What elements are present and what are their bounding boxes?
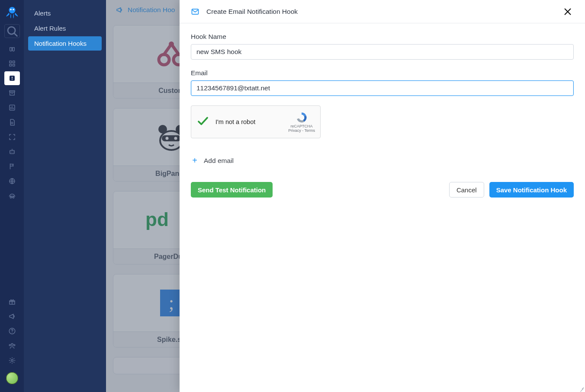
help-icon[interactable] bbox=[4, 324, 20, 338]
email-input[interactable] bbox=[191, 80, 574, 96]
svg-rect-7 bbox=[10, 64, 12, 67]
nav-notification-hooks[interactable]: Notification Hooks bbox=[28, 36, 102, 51]
robot-icon[interactable] bbox=[4, 145, 20, 159]
svg-point-31 bbox=[13, 344, 15, 346]
alert-icon[interactable] bbox=[4, 71, 20, 85]
app-logo[interactable] bbox=[4, 4, 20, 20]
cancel-button[interactable]: Cancel bbox=[449, 182, 484, 198]
team-icon[interactable] bbox=[4, 339, 20, 353]
icon-rail bbox=[0, 0, 24, 392]
svg-rect-5 bbox=[10, 61, 12, 63]
recaptcha-label: I'm not a robot bbox=[215, 118, 288, 125]
hook-name-label: Hook Name bbox=[191, 33, 574, 41]
add-email-label: Add email bbox=[204, 157, 234, 165]
recaptcha-widget[interactable]: I'm not a robot reCAPTCHA Privacy - Term… bbox=[191, 105, 321, 138]
check-icon bbox=[196, 115, 209, 129]
side-nav: Alerts Alert Rules Notification Hooks bbox=[24, 0, 106, 392]
svg-point-2 bbox=[13, 9, 14, 10]
svg-rect-8 bbox=[13, 64, 15, 67]
binoculars-icon[interactable] bbox=[4, 42, 20, 56]
svg-point-29 bbox=[11, 344, 13, 346]
svg-point-28 bbox=[12, 332, 13, 333]
svg-rect-16 bbox=[10, 150, 14, 154]
resize-handle-icon[interactable] bbox=[578, 385, 584, 391]
nav-alerts[interactable]: Alerts bbox=[28, 6, 102, 20]
svg-point-32 bbox=[11, 360, 13, 362]
svg-point-10 bbox=[12, 79, 13, 80]
svg-point-17 bbox=[10, 152, 11, 153]
search-button[interactable] bbox=[4, 24, 20, 38]
send-test-button[interactable]: Send Test Notification bbox=[191, 182, 273, 198]
flag-icon[interactable] bbox=[4, 159, 20, 173]
modal-header: Create Email Notification Hook bbox=[180, 0, 585, 23]
mail-icon bbox=[191, 7, 199, 16]
plus-icon: + bbox=[191, 156, 199, 166]
svg-point-0 bbox=[9, 7, 15, 13]
focus-icon[interactable] bbox=[4, 130, 20, 144]
svg-point-30 bbox=[9, 344, 10, 346]
hook-name-input[interactable] bbox=[191, 44, 574, 60]
svg-point-1 bbox=[10, 9, 12, 10]
chart-icon[interactable] bbox=[4, 101, 20, 115]
svg-point-18 bbox=[13, 152, 13, 153]
modal-title: Create Email Notification Hook bbox=[206, 8, 298, 16]
svg-rect-6 bbox=[13, 61, 15, 63]
save-button[interactable]: Save Notification Hook bbox=[489, 182, 574, 198]
grid-icon[interactable] bbox=[4, 57, 20, 70]
recaptcha-badge: reCAPTCHA Privacy - Terms bbox=[288, 111, 315, 133]
email-label: Email bbox=[191, 69, 574, 77]
gift-icon[interactable] bbox=[4, 295, 20, 309]
globe-icon[interactable] bbox=[4, 174, 20, 188]
gear-icon[interactable] bbox=[4, 354, 20, 367]
close-button[interactable] bbox=[562, 6, 574, 18]
svg-line-4 bbox=[14, 33, 16, 36]
create-email-hook-modal: Create Email Notification Hook Hook Name… bbox=[180, 0, 585, 392]
archive-icon[interactable] bbox=[4, 86, 20, 100]
file-icon[interactable] bbox=[4, 115, 20, 129]
incognito-icon[interactable] bbox=[4, 189, 20, 203]
megaphone-icon[interactable] bbox=[4, 309, 20, 323]
user-avatar[interactable] bbox=[6, 372, 18, 384]
nav-alert-rules[interactable]: Alert Rules bbox=[28, 21, 102, 35]
add-email-button[interactable]: + Add email bbox=[191, 156, 574, 166]
svg-rect-11 bbox=[12, 76, 13, 79]
